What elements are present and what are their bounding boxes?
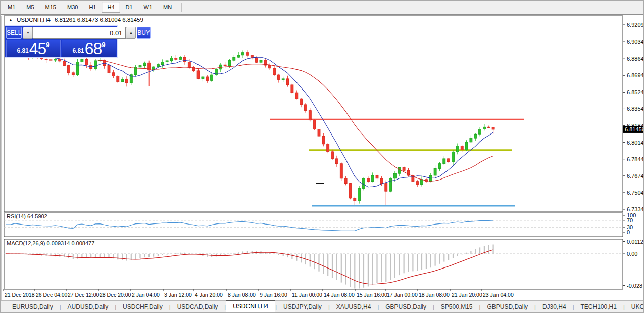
macd-panel-border	[4, 239, 623, 289]
mt4-window: M1M5M15M30H1H4D1W1MN 6.920906.903406.886…	[0, 0, 644, 313]
one-click-trading-panel: SELL ▼ ▲ BUY 6.81 45 9 6.81 68 9	[5, 25, 118, 58]
chart-symbol: USDCNH,H4	[17, 17, 51, 23]
timeframe-button-w1[interactable]: W1	[138, 2, 158, 13]
rsi-panel-border	[4, 213, 623, 237]
price-tick-label: 6.73340	[627, 206, 644, 212]
price-tick-label: 6.88640	[627, 56, 644, 62]
time-tick-label: 17 Jan 00:00	[387, 292, 418, 298]
chart-tab-eurusd-0[interactable]: EURUSD,Daily	[6, 302, 60, 312]
chart-tab-usdjpy-5[interactable]: USDJPY,Daily	[277, 302, 328, 312]
time-tick-label: 14 Jan 08:00	[324, 292, 355, 298]
timeframe-button-m5[interactable]: M5	[21, 2, 39, 13]
chart-tab-usdcnh-4[interactable]: USDCNH,H4	[226, 300, 275, 312]
chart-area: 6.920906.903406.886406.869406.852406.835…	[1, 15, 644, 301]
chart-title: ▲ USDCNH,H4 6.81261 6.81473 6.81004 6.81…	[9, 17, 143, 23]
toolbar-divider	[181, 3, 182, 12]
chart-tab-ukoil-12[interactable]: UKOil,H1	[625, 302, 644, 312]
price-tick-label: 6.86940	[627, 72, 644, 78]
macd-tick-label: 0.011242	[627, 239, 644, 245]
price-tick-label: 6.75040	[627, 190, 644, 196]
bid-point: 9	[46, 41, 49, 49]
timeframe-button-mn[interactable]: MN	[158, 2, 177, 13]
ask-pips: 68	[85, 41, 102, 56]
rsi-label: RSI(14) 64.5902	[7, 213, 47, 219]
chart-tab-gbpusd-9[interactable]: GBPUSD,Daily	[480, 302, 534, 312]
chart-tab-tech100-11[interactable]: TECH100,H1	[574, 302, 623, 312]
triangle-icon: ▲	[9, 18, 13, 22]
bid-price-button[interactable]: 6.81 45 9	[6, 40, 61, 57]
price-tick-label: 6.90340	[627, 39, 644, 45]
chart-tab-sp500-8[interactable]: SP500,M15	[434, 302, 479, 312]
time-tick-label: 2 Jan 04:00	[132, 292, 160, 298]
time-tick-label: 27 Dec 12:00	[68, 292, 100, 298]
timeframe-button-h4[interactable]: H4	[102, 2, 120, 13]
chart-tab-xauusd-6[interactable]: XAUUSD,H4	[330, 302, 378, 312]
volume-decrease-button[interactable]: ▼	[23, 27, 33, 39]
time-tick-label: 8 Jan 08:00	[228, 292, 256, 298]
time-tick-label: 4 Jan 20:00	[195, 292, 223, 298]
time-tick-label: 23 Jan 04:00	[483, 292, 514, 298]
chart-tab-gbpusd-7[interactable]: GBPUSD,Daily	[379, 302, 433, 312]
timeframe-button-m15[interactable]: M15	[40, 2, 62, 13]
sell-button[interactable]: SELL	[6, 27, 22, 39]
time-tick-label: 28 Dec 20:00	[100, 292, 131, 298]
time-tick-label: 21 Jan 20:00	[452, 292, 482, 298]
time-tick-label: 18 Jan 08:00	[419, 292, 450, 298]
price-tick-label: 6.78440	[627, 156, 644, 162]
price-tick-label: 6.76740	[627, 173, 644, 179]
timeframe-toolbar: M1M5M15M30H1H4D1W1MN	[1, 1, 643, 15]
rsi-tick-label: 0	[627, 229, 630, 235]
price-tick-label: 6.80140	[627, 140, 644, 146]
chart-tab-usdchf-2[interactable]: USDCHF,Daily	[116, 302, 169, 312]
time-tick-label: 15 Jan 16:00	[357, 292, 387, 298]
volume-input[interactable]	[33, 27, 126, 39]
chart-canvas[interactable]: 6.920906.903406.886406.869406.852406.835…	[1, 15, 644, 301]
bid-pips: 45	[29, 41, 46, 56]
volume-increase-button[interactable]: ▲	[126, 27, 136, 39]
price-tick-label: 6.83540	[627, 106, 644, 112]
chart-tab-audusd-1[interactable]: AUDUSD,Daily	[61, 302, 115, 312]
ask-point: 9	[102, 41, 105, 49]
symbol-tabbar: EURUSD,Daily|AUDUSD,Daily|USDCHF,Daily|U…	[1, 300, 644, 312]
price-tick-label: 6.92090	[627, 22, 644, 28]
ask-price-button[interactable]: 6.81 68 9	[62, 40, 116, 57]
ask-prefix: 6.81	[72, 46, 84, 56]
price-tick-label: 6.85240	[627, 89, 644, 95]
time-tick-label: 3 Jan 12:00	[164, 292, 192, 298]
bid-prefix: 6.81	[17, 46, 28, 56]
macd-label: MACD(12,26,9) 0.009314 0.008477	[7, 240, 94, 246]
timeframe-button-m1[interactable]: M1	[2, 2, 21, 13]
timeframe-button-d1[interactable]: D1	[120, 2, 138, 13]
current-price-text: 6.81459	[625, 126, 644, 132]
chart-tab-dj30-10[interactable]: DJ30,H4	[536, 302, 573, 312]
macd-tick-label: 0.00	[627, 251, 637, 257]
time-tick-label: 26 Dec 04:00	[36, 292, 68, 298]
time-tick-label: 9 Jan 16:00	[260, 292, 287, 298]
timeframe-button-m30[interactable]: M30	[62, 2, 83, 13]
chart-tab-usdcad-3[interactable]: USDCAD,Daily	[171, 302, 225, 312]
buy-button[interactable]: BUY	[137, 27, 151, 39]
rsi-tick-label: 70	[627, 217, 633, 223]
macd-tick-label: -0.028797	[627, 283, 644, 289]
time-tick-label: 11 Jan 00:00	[292, 292, 322, 298]
timeframe-button-h1[interactable]: H1	[83, 2, 102, 13]
chart-ohlc: 6.81261 6.81473 6.81004 6.81459	[55, 17, 143, 23]
time-tick-label: 21 Dec 2018	[5, 292, 35, 298]
